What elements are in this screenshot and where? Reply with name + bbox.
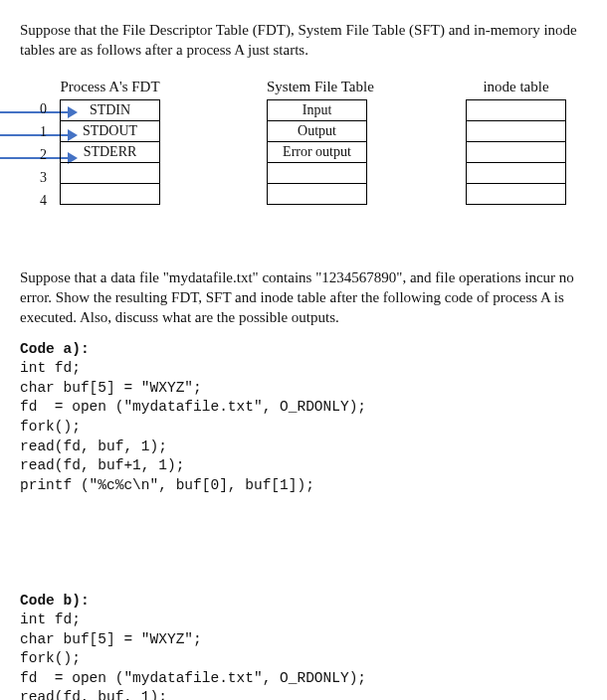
sft-table: Input Output Error output xyxy=(267,99,367,205)
sft-cell: Error output xyxy=(268,141,367,162)
sft-cell: Input xyxy=(268,99,367,120)
sft-cell xyxy=(268,183,367,204)
fdt-title: Process A's FDT xyxy=(60,79,160,95)
sft-title: System File Table xyxy=(267,79,374,95)
sft-cell xyxy=(268,162,367,183)
fdt-table: STDIN STDOUT STDERR xyxy=(60,99,160,205)
inode-cell xyxy=(467,183,566,204)
question-paragraph: Suppose that a data file "mydatafile.txt… xyxy=(20,267,587,328)
fdt-table-wrap: Process A's FDT 0 1 2 3 4 STDIN STDOUT S… xyxy=(60,79,160,205)
fdt-index: 4 xyxy=(33,193,47,209)
fdt-index: 3 xyxy=(33,170,47,186)
code-a-heading: Code a): xyxy=(20,341,587,357)
fdt-cell: STDERR xyxy=(61,141,160,162)
inode-cell xyxy=(467,141,566,162)
fdt-cell xyxy=(61,183,160,204)
code-b-heading: Code b): xyxy=(20,593,587,609)
inode-title: inode table xyxy=(466,79,566,95)
inode-cell xyxy=(467,99,566,120)
inode-table-wrap: inode table xyxy=(466,79,566,205)
sft-cell: Output xyxy=(268,120,367,141)
fdt-cell: STDIN xyxy=(61,99,160,120)
fdt-cell xyxy=(61,162,160,183)
code-a-body: int fd; char buf[5] = "WXYZ"; fd = open … xyxy=(20,359,587,495)
spacer xyxy=(20,503,587,593)
fdt-index: 2 xyxy=(33,147,47,163)
fdt-cell: STDOUT xyxy=(61,120,160,141)
code-b-body: int fd; char buf[5] = "WXYZ"; fork(); fd… xyxy=(20,611,587,700)
intro-paragraph: Suppose that the File Descriptor Table (… xyxy=(20,20,587,61)
fdt-index: 0 xyxy=(33,101,47,117)
inode-cell xyxy=(467,120,566,141)
fdt-index: 1 xyxy=(33,124,47,140)
sft-table-wrap: System File Table Input Output Error out… xyxy=(267,79,374,205)
tables-diagram: Process A's FDT 0 1 2 3 4 STDIN STDOUT S… xyxy=(20,79,587,248)
inode-cell xyxy=(467,162,566,183)
inode-table xyxy=(466,99,566,205)
